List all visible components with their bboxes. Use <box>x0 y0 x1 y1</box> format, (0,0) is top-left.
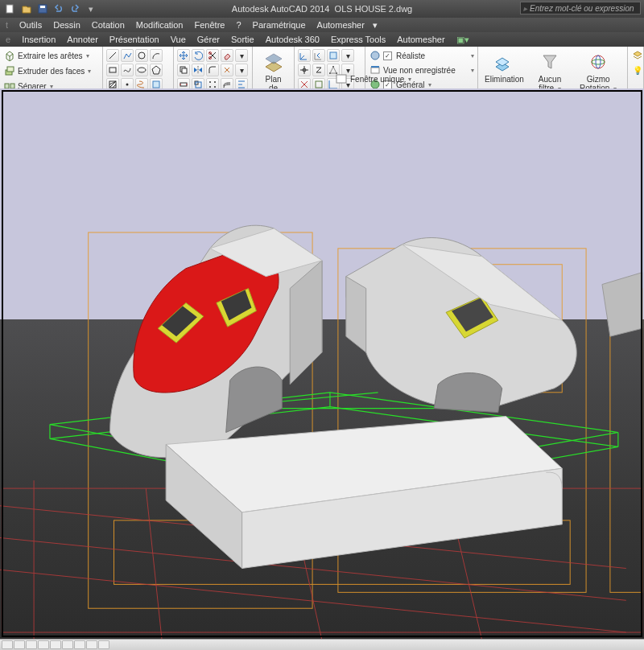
tab-sortie[interactable]: Sortie <box>225 35 260 44</box>
realiste-label: Réaliste <box>396 51 425 60</box>
tab-annoter[interactable]: Annoter <box>61 35 104 44</box>
more1-icon[interactable]: ▾ <box>235 49 248 62</box>
visual-style-icon[interactable] <box>369 49 382 62</box>
ellipse-icon[interactable] <box>135 64 148 76</box>
qat-save-icon[interactable] <box>37 3 48 14</box>
qat-redo-icon[interactable] <box>69 3 80 14</box>
svg-rect-2 <box>40 6 45 8</box>
svg-rect-17 <box>182 68 187 73</box>
rect-icon[interactable] <box>106 64 119 76</box>
ucs-face-icon[interactable] <box>327 49 340 62</box>
menu-fenetre[interactable]: Fenêtre <box>189 20 231 30</box>
tab-a360[interactable]: Autodesk 360 <box>260 35 325 44</box>
qat-undo-icon[interactable] <box>53 3 64 14</box>
menu-cotation[interactable]: Cotation <box>86 20 130 30</box>
tab-extra-icon[interactable]: ▣▾ <box>451 35 475 45</box>
tab-automesher[interactable]: Automesher <box>391 35 450 44</box>
ucs-origin-icon[interactable] <box>298 64 311 76</box>
qat-new-icon[interactable] <box>5 3 16 14</box>
menu-help[interactable]: ? <box>230 20 246 30</box>
search-placeholder: Entrez mot-clé ou expression <box>530 4 634 13</box>
sb-ortho-icon[interactable] <box>26 640 37 649</box>
svg-point-10 <box>138 68 146 72</box>
svg-rect-25 <box>330 52 336 59</box>
ribbon-tabs: e Insertion Annoter Présentation Vue Gér… <box>0 32 644 47</box>
filter-icon <box>539 51 561 73</box>
svg-point-8 <box>138 52 145 59</box>
rotate-icon[interactable] <box>192 49 204 62</box>
tab-presentation[interactable]: Présentation <box>104 35 165 44</box>
svg-rect-9 <box>109 68 116 72</box>
copy-icon[interactable] <box>177 64 190 76</box>
elimination-button[interactable]: Elimination <box>481 49 527 85</box>
trim-icon[interactable] <box>206 49 219 62</box>
polygon-icon[interactable] <box>150 64 163 76</box>
menu-modification[interactable]: Modification <box>130 20 189 30</box>
explode-icon[interactable] <box>221 64 233 76</box>
mirror-icon[interactable] <box>192 64 204 76</box>
cube-edges-icon <box>3 49 16 62</box>
erase-icon[interactable] <box>221 49 233 62</box>
svg-point-24 <box>214 86 216 88</box>
gizmo-icon <box>587 51 609 73</box>
model-render <box>0 88 644 639</box>
more2-icon[interactable]: ▾ <box>235 64 248 76</box>
circle-icon[interactable] <box>135 49 148 62</box>
svg-rect-18 <box>180 83 187 86</box>
polyline-icon[interactable] <box>121 49 134 62</box>
sb-ducs-icon[interactable] <box>74 640 85 649</box>
ucs-z-icon[interactable] <box>312 64 325 76</box>
svg-point-31 <box>371 51 379 60</box>
tab-insertion[interactable]: Insertion <box>16 35 61 44</box>
model-viewport[interactable] <box>0 88 644 639</box>
svg-rect-33 <box>371 66 379 68</box>
menu-dessin[interactable]: Dessin <box>47 20 86 30</box>
layer-state-dropdown[interactable]: Etat de calque non e <box>631 49 640 62</box>
svg-point-36 <box>592 60 605 64</box>
svg-point-22 <box>214 81 216 83</box>
ucs-prev-icon[interactable] <box>312 49 325 62</box>
elimination-icon <box>493 51 515 73</box>
layer-props-row[interactable]: 💡 ☀ 🔓 ▾ <box>631 64 644 76</box>
svg-point-35 <box>592 56 605 68</box>
svg-point-21 <box>209 81 211 83</box>
svg-rect-0 <box>6 5 13 13</box>
menu-automesher[interactable]: Automesher <box>312 20 370 30</box>
extrude-faces-button[interactable]: Extruder des faces ▾ <box>3 64 99 77</box>
qat-open-icon[interactable] <box>21 3 32 14</box>
sb-dyn-icon[interactable] <box>86 640 97 649</box>
realiste-check[interactable]: ✓ <box>383 51 392 60</box>
ucs-world-icon[interactable] <box>298 49 311 62</box>
spline-icon[interactable] <box>121 64 134 76</box>
arc-icon[interactable] <box>150 49 163 62</box>
menu-overflow-icon[interactable]: ▾ <box>370 20 380 31</box>
viewport-icon <box>335 72 348 85</box>
sb-polar-icon[interactable] <box>38 640 49 649</box>
menu-outils[interactable]: Outils <box>14 20 47 30</box>
tab-vue[interactable]: Vue <box>165 35 192 44</box>
line-icon[interactable] <box>106 49 119 62</box>
ucs-named-icon[interactable]: ▾ <box>341 49 354 62</box>
sb-osnap-icon[interactable] <box>50 640 61 649</box>
search-input[interactable]: ▸ Entrez mot-clé ou expression <box>520 2 641 14</box>
svg-line-7 <box>109 52 116 59</box>
tab-prev[interactable]: e <box>0 35 16 44</box>
menu-parametrique[interactable]: Paramétrique <box>247 20 312 30</box>
qat-dropdown-icon[interactable]: ▾ <box>85 3 97 14</box>
sb-lw-icon[interactable] <box>98 640 109 649</box>
sb-grid-icon[interactable] <box>14 640 25 649</box>
svg-rect-30 <box>316 81 322 88</box>
sb-snap-icon[interactable] <box>2 640 13 649</box>
extract-edges-label: Extraire les arêtes <box>18 51 83 60</box>
status-bar <box>0 639 644 650</box>
svg-rect-38 <box>336 75 346 83</box>
sb-otrack-icon[interactable] <box>62 640 73 649</box>
fillet-icon[interactable] <box>206 64 219 76</box>
menu-bar: t Outils Dessin Cotation Modification Fe… <box>0 18 644 32</box>
move-icon[interactable] <box>177 49 190 62</box>
extract-edges-button[interactable]: Extraire les arêtes ▾ <box>3 49 99 62</box>
fenetre-unique-dropdown[interactable]: Fenêtre unique▾ <box>335 72 411 85</box>
tab-express[interactable]: Express Tools <box>325 35 391 44</box>
menu-prev[interactable]: t <box>0 20 14 30</box>
tab-gerer[interactable]: Gérer <box>192 35 225 44</box>
